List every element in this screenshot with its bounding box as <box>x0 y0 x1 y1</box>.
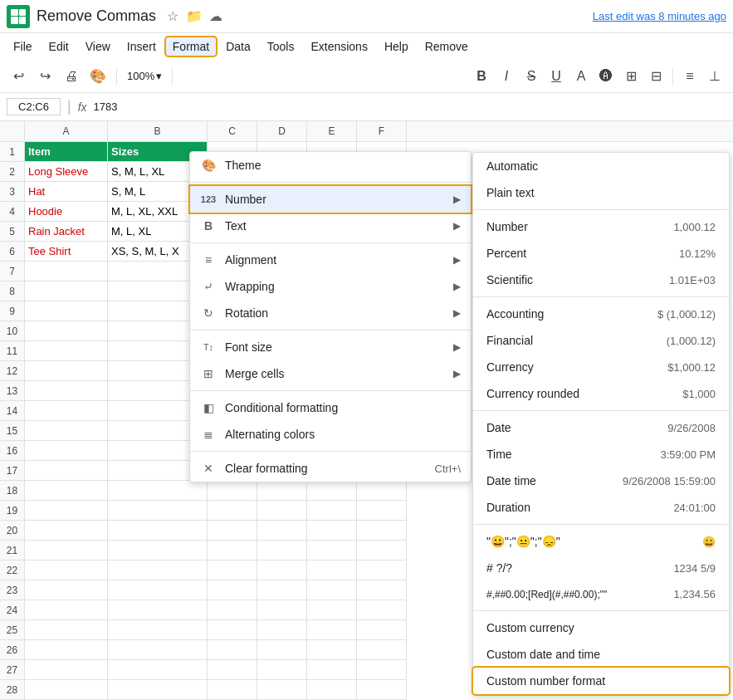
paint-format-btn[interactable]: 🎨 <box>86 65 110 88</box>
row-num-1: 1 <box>0 142 25 162</box>
italic-btn[interactable]: I <box>495 65 518 88</box>
cloud-icon[interactable]: ☁ <box>208 8 224 25</box>
h-align-btn[interactable]: ≡ <box>678 65 701 88</box>
star-icon[interactable]: ☆ <box>164 8 181 25</box>
cell-a5[interactable]: Rain Jacket <box>25 222 108 242</box>
submenu-custom-number[interactable]: Custom number format <box>473 668 729 694</box>
col-header-c[interactable]: C <box>208 121 257 141</box>
col-header-f[interactable]: F <box>357 121 407 141</box>
col-headers: A B C D E F <box>0 121 733 142</box>
submenu-plain-text[interactable]: Plain text <box>473 179 729 206</box>
currency-rounded-value: $1,000 <box>682 388 716 400</box>
submenu-custom-date-time[interactable]: Custom date and time <box>473 641 729 668</box>
menu-option-number[interactable]: 123 Number ▶ <box>190 186 471 213</box>
row-num-22: 22 <box>0 560 25 580</box>
fill-color-btn[interactable]: 🅐 <box>594 65 618 88</box>
wrapping-icon: ⤶ <box>200 278 217 295</box>
text-color-btn[interactable]: A <box>569 65 593 88</box>
row-num-28: 28 <box>0 680 25 700</box>
row-num-26: 26 <box>0 640 25 660</box>
menu-option-rotation[interactable]: ↻ Rotation ▶ <box>190 300 471 326</box>
submenu-number[interactable]: Number 1,000.12 <box>473 213 729 240</box>
menu-option-wrapping[interactable]: ⤶ Wrapping ▶ <box>190 273 471 300</box>
custom-date-time-label: Custom date and time <box>486 648 600 661</box>
row-num-14: 14 <box>0 401 25 421</box>
col-header-b[interactable]: B <box>108 121 208 141</box>
submenu-date[interactable]: Date 9/26/2008 <box>473 414 729 441</box>
cell-a6[interactable]: Tee Shirt <box>25 242 108 262</box>
submenu-custom-format-str[interactable]: #,##0.00;[Red](#,##0.00);"" 1,234.56 <box>473 581 729 607</box>
submenu-datetime[interactable]: Date time 9/26/2008 15:59:00 <box>473 467 729 494</box>
underline-btn[interactable]: U <box>545 65 568 88</box>
cell-a7[interactable] <box>25 262 108 281</box>
borders-btn[interactable]: ⊞ <box>619 65 643 88</box>
menu-tools[interactable]: Tools <box>261 37 301 56</box>
submenu-accounting[interactable]: Accounting $ (1,000.12) <box>473 301 729 327</box>
cell-a2[interactable]: Long Sleeve <box>25 162 108 182</box>
submenu-emoji[interactable]: "😀";"😐";"😞" 😀 <box>473 528 729 555</box>
menu-extensions[interactable]: Extensions <box>304 37 374 56</box>
undo-btn[interactable]: ↩ <box>7 65 30 88</box>
bold-btn[interactable]: B <box>470 65 493 88</box>
row-num-27: 27 <box>0 660 25 680</box>
menu-option-alignment[interactable]: ≡ Alignment ▶ <box>190 247 471 273</box>
menu-option-conditional[interactable]: ◧ Conditional formatting <box>190 394 471 421</box>
table-row <box>25 580 407 600</box>
cell-a1[interactable]: Item <box>25 142 108 162</box>
submenu-fraction[interactable]: # ?/? 1234 5/9 <box>473 555 729 581</box>
table-row <box>25 521 407 541</box>
redo-btn[interactable]: ↪ <box>33 65 56 88</box>
submenu-time[interactable]: Time 3:59:00 PM <box>473 441 729 467</box>
zoom-control[interactable]: 100% ▾ <box>124 68 165 84</box>
submenu-currency[interactable]: Currency $1,000.12 <box>473 354 729 380</box>
submenu-scientific[interactable]: Scientific 1.01E+03 <box>473 267 729 293</box>
date-label: Date <box>486 421 511 434</box>
submenu-automatic[interactable]: Automatic <box>473 153 729 179</box>
submenu-percent[interactable]: Percent 10.12% <box>473 240 729 267</box>
merge-btn[interactable]: ⊟ <box>644 65 667 88</box>
menu-option-theme[interactable]: 🎨 Theme <box>190 152 471 179</box>
menu-edit[interactable]: Edit <box>42 37 76 56</box>
datetime-label: Date time <box>486 474 536 487</box>
table-row <box>25 501 407 521</box>
col-header-e[interactable]: E <box>307 121 357 141</box>
cell-a4[interactable]: Hoodie <box>25 202 108 222</box>
percent-label: Percent <box>486 247 526 260</box>
top-icons: ☆ 📁 ☁ <box>164 8 224 25</box>
col-header-d[interactable]: D <box>257 121 307 141</box>
menu-insert[interactable]: Insert <box>120 37 163 56</box>
scientific-value: 1.01E+03 <box>669 274 716 286</box>
number-submenu[interactable]: Automatic Plain text Number 1,000.12 Per… <box>472 152 730 695</box>
menu-remove[interactable]: Remove <box>418 37 475 56</box>
menu-option-text[interactable]: B Text ▶ <box>190 213 471 239</box>
conditional-label: Conditional formatting <box>225 401 461 414</box>
menu-file[interactable]: File <box>7 37 39 56</box>
menu-help[interactable]: Help <box>378 37 415 56</box>
menu-data[interactable]: Data <box>219 37 257 56</box>
menu-format[interactable]: Format <box>166 37 216 56</box>
col-header-a[interactable]: A <box>25 121 108 141</box>
folder-icon[interactable]: 📁 <box>186 8 203 25</box>
row-num-15: 15 <box>0 421 25 441</box>
number-icon: 123 <box>200 191 217 208</box>
menu-option-clear[interactable]: ✕ Clear formatting Ctrl+\ <box>190 455 471 482</box>
menu-view[interactable]: View <box>79 37 117 56</box>
menu-option-merge-cells[interactable]: ⊞ Merge cells ▶ <box>190 360 471 387</box>
doc-title: Remove Commas <box>37 7 156 25</box>
menu-option-alternating[interactable]: ≣ Alternating colors <box>190 421 471 448</box>
submenu-custom-currency[interactable]: Custom currency <box>473 614 729 641</box>
submenu-financial[interactable]: Financial (1,000.12) <box>473 327 729 354</box>
cell-reference[interactable]: C2:C6 <box>7 98 61 115</box>
strikethrough-btn[interactable]: S <box>520 65 543 88</box>
submenu-currency-rounded[interactable]: Currency rounded $1,000 <box>473 380 729 407</box>
datetime-value: 9/26/2008 15:59:00 <box>623 475 716 487</box>
v-align-btn[interactable]: ⊥ <box>703 65 726 88</box>
menu-bar: File Edit View Insert Format Data Tools … <box>0 33 733 60</box>
submenu-duration[interactable]: Duration 24:01:00 <box>473 494 729 521</box>
print-btn[interactable]: 🖨 <box>60 65 83 88</box>
merge-cells-label: Merge cells <box>225 367 445 380</box>
alternating-label: Alternating colors <box>225 428 461 441</box>
format-menu[interactable]: 🎨 Theme 123 Number ▶ B Text ▶ ≡ Alignmen… <box>189 151 472 482</box>
menu-option-font-size[interactable]: T↕ Font size ▶ <box>190 334 471 360</box>
cell-a3[interactable]: Hat <box>25 182 108 202</box>
